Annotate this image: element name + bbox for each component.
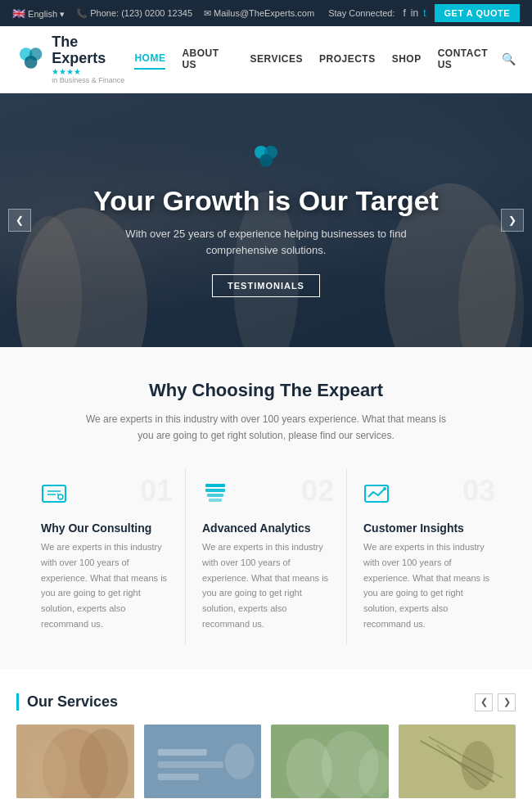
why-card-title-1: Why Our Consulting — [41, 521, 169, 535]
svg-rect-28 — [157, 761, 223, 768]
svg-rect-27 — [157, 749, 206, 756]
services-title: Our Services — [16, 693, 118, 711]
main-nav: HOME ABOUT US SERVICES PROJECTS SHOP CON… — [134, 43, 502, 74]
svg-rect-16 — [205, 489, 225, 492]
service-card-business-growth: Service #1 Business Growth The process o… — [271, 725, 389, 800]
why-card-text-2: We are experts in this industry with ove… — [202, 539, 330, 631]
service-img-performance — [16, 725, 134, 798]
why-description: We are experts in this industry with ove… — [78, 411, 454, 445]
social-icons: f in t — [404, 7, 426, 19]
top-bar-left: 🇬🇧 English ▾ 📞 Phone: (123) 0200 12345 ✉… — [12, 7, 314, 20]
service-cards-container: Service #3 Performance In a contract, pe… — [16, 725, 516, 800]
nav-projects[interactable]: PROJECTS — [319, 49, 376, 69]
service-img-organization — [144, 725, 262, 798]
service-img-sustainability — [399, 725, 516, 798]
svg-rect-18 — [209, 499, 222, 502]
why-cards: 01 Why Our Consulting We are experts in … — [25, 468, 507, 643]
service-img-growth — [271, 725, 389, 798]
services-header: Our Services ❮ ❯ — [16, 693, 516, 711]
svg-point-2 — [25, 56, 38, 69]
nav-home[interactable]: HOME — [134, 48, 165, 70]
services-navigation: ❮ ❯ — [475, 693, 516, 711]
why-section: Why Choosing The Expeart We are experts … — [0, 347, 532, 669]
hero-prev-button[interactable]: ❮ — [8, 209, 31, 232]
why-card-insights: 03 Customer Insights We are experts in t… — [347, 468, 507, 643]
svg-point-21 — [383, 487, 386, 490]
mail-icon: ✉ — [204, 8, 211, 18]
facebook-icon[interactable]: f — [404, 7, 406, 19]
nav-contact[interactable]: CONTACT US — [438, 43, 502, 74]
hero-content: Your Growth is Our Target With over 25 y… — [61, 142, 471, 297]
top-bar-right: Stay Connected: f in t GET A QUOTE — [328, 4, 520, 22]
phone-info: 📞 Phone: (123) 0200 12345 — [76, 8, 192, 19]
why-card-consulting: 01 Why Our Consulting We are experts in … — [25, 468, 186, 643]
logo-tagline: in Business & Finance — [52, 76, 134, 84]
stay-connected-label: Stay Connected: — [328, 8, 394, 18]
logo-stars: ★★★★ — [52, 67, 134, 76]
hero-section: ❮ Your Growth is Our Target With over 25… — [0, 93, 532, 347]
phone-icon: 📞 — [76, 8, 88, 18]
hero-next-button[interactable]: ❯ — [501, 209, 524, 232]
svg-point-10 — [259, 154, 273, 167]
svg-point-30 — [224, 743, 254, 779]
nav-services[interactable]: SERVICES — [250, 49, 303, 69]
svg-rect-19 — [205, 484, 225, 487]
why-card-num-1: 01 — [140, 476, 173, 506]
hero-logo-icon — [93, 142, 439, 178]
language-label: English — [28, 9, 57, 19]
hero-subtitle: With over 25 years of experience helping… — [93, 226, 439, 260]
language-selector[interactable]: 🇬🇧 English ▾ — [12, 7, 65, 20]
search-icon[interactable]: 🔍 — [502, 52, 516, 65]
svg-rect-29 — [157, 774, 198, 780]
why-card-num-2: 02 — [301, 476, 334, 506]
why-card-text-3: We are experts in this industry with ove… — [363, 539, 491, 631]
header: The Experts ★★★★ in Business & Finance H… — [0, 26, 532, 93]
hero-title: Your Growth is Our Target — [93, 184, 439, 218]
nav-shop[interactable]: SHOP — [392, 49, 422, 69]
top-bar: 🇬🇧 English ▾ 📞 Phone: (123) 0200 12345 ✉… — [0, 0, 532, 26]
logo-name: The Experts — [52, 34, 134, 67]
logo[interactable]: The Experts ★★★★ in Business & Finance — [16, 34, 134, 84]
svg-line-15 — [57, 494, 59, 495]
logo-svg — [16, 44, 45, 74]
service-card-performance: Service #3 Performance In a contract, pe… — [16, 725, 134, 800]
why-card-title-2: Advanced Analytics — [202, 521, 330, 535]
get-quote-button[interactable]: GET A QUOTE — [435, 4, 520, 22]
services-prev-button[interactable]: ❮ — [475, 693, 493, 711]
why-card-num-3: 03 — [462, 476, 495, 506]
services-section: Our Services ❮ ❯ Service #3 Performance … — [0, 669, 532, 800]
svg-point-39 — [461, 741, 494, 790]
twitter-icon[interactable]: t — [423, 7, 426, 19]
why-title: Why Choosing The Expeart — [25, 380, 507, 401]
service-card-sustainability: Service #2 Sustainability When it comes … — [399, 725, 516, 800]
nav-about[interactable]: ABOUT US — [182, 43, 233, 74]
service-card-organization: Service #4 Organization We help business… — [144, 725, 262, 800]
email-info: ✉ Mailus@TheExperts.com — [204, 8, 314, 19]
flag-icon: 🇬🇧 — [12, 7, 25, 20]
services-next-button[interactable]: ❯ — [498, 693, 516, 711]
why-card-title-3: Customer Insights — [363, 521, 491, 535]
hero-cta-button[interactable]: TESTIMONIALS — [212, 274, 320, 297]
why-card-text-1: We are experts in this industry with ove… — [41, 539, 169, 631]
linkedin-icon[interactable]: in — [411, 7, 418, 19]
logo-text: The Experts ★★★★ in Business & Finance — [52, 34, 134, 84]
why-card-analytics: 02 Advanced Analytics We are experts in … — [186, 468, 347, 643]
svg-rect-17 — [207, 494, 223, 497]
